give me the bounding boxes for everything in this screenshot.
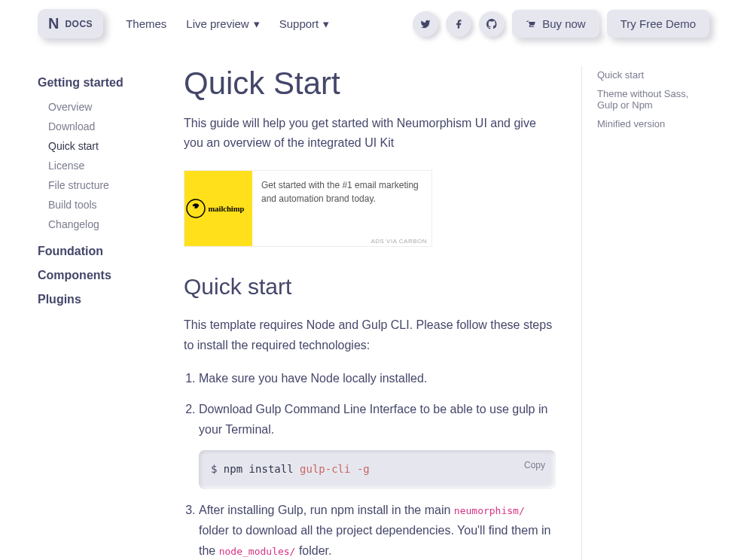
cart-icon (526, 19, 536, 29)
main-content: Quick Start This guide will help you get… (184, 65, 556, 560)
chevron-down-icon: ▾ (254, 17, 260, 31)
sidebar-item-license[interactable]: License (48, 156, 158, 175)
sidebar-item-file-structure[interactable]: File structure (48, 175, 158, 195)
step-2: Download Gulp Command Line Interface to … (199, 399, 556, 489)
section-intro: This template requires Node and Gulp CLI… (184, 315, 556, 355)
nav-links: Themes Live preview ▾ Support ▾ (126, 17, 329, 31)
step-3: After installing Gulp, run npm install i… (199, 500, 556, 560)
nav-live-preview[interactable]: Live preview ▾ (186, 17, 259, 31)
sidebar-item-download[interactable]: Download (48, 117, 158, 136)
page-title: Quick Start (184, 65, 556, 102)
sidebar-section-plugins[interactable]: Plugins (38, 293, 158, 306)
ad-image: mailchimp (184, 171, 252, 246)
sidebar-item-changelog[interactable]: Changelog (48, 215, 158, 234)
page-lead: This guide will help you get started wit… (184, 114, 556, 152)
nav-support[interactable]: Support ▾ (279, 17, 330, 31)
ad-via: ADS VIA CARBON (370, 238, 427, 245)
sidebar-section-components[interactable]: Components (38, 269, 158, 282)
buy-now-button[interactable]: Buy now (512, 10, 599, 38)
facebook-icon[interactable] (446, 11, 471, 37)
carbon-ad[interactable]: mailchimp Get started with the #1 email … (184, 170, 432, 247)
twitter-icon[interactable] (413, 11, 438, 37)
sidebar-item-build-tools[interactable]: Build tools (48, 195, 158, 215)
sidebar-item-overview[interactable]: Overview (48, 97, 158, 117)
top-header: N DOCS Themes Live preview ▾ Support ▾ B… (0, 0, 747, 47)
section-heading-quick-start: Quick start (184, 274, 556, 300)
svg-point-1 (194, 206, 195, 208)
toc-quick-start[interactable]: Quick start (597, 65, 709, 84)
code-block-1: $ npm install gulp-cli -g Copy (199, 450, 556, 489)
sidebar-section-getting-started[interactable]: Getting started (38, 76, 158, 90)
sidebar-section-foundation[interactable]: Foundation (38, 245, 158, 258)
copy-button[interactable]: Copy (524, 458, 545, 473)
step-1: Make sure you have Node locally installe… (199, 368, 556, 388)
brand-docs-label: DOCS (65, 19, 93, 29)
sidebar-item-quick-start[interactable]: Quick start (48, 136, 158, 156)
toc-minified[interactable]: Minified version (597, 114, 709, 133)
brand-pill[interactable]: N DOCS (38, 9, 103, 38)
svg-text:mailchimp: mailchimp (209, 205, 245, 213)
toc-theme-without[interactable]: Theme without Sass, Gulp or Npm (597, 84, 709, 114)
github-icon[interactable] (479, 11, 505, 37)
ad-text: Get started with the #1 email marketing … (252, 171, 431, 246)
right-toc: Quick start Theme without Sass, Gulp or … (581, 65, 709, 560)
brand-mark: N (48, 15, 59, 32)
try-demo-button[interactable]: Try Free Demo (607, 10, 709, 38)
chevron-down-icon: ▾ (323, 17, 329, 31)
nav-themes[interactable]: Themes (126, 17, 166, 31)
left-sidebar: Getting started Overview Download Quick … (38, 65, 158, 560)
